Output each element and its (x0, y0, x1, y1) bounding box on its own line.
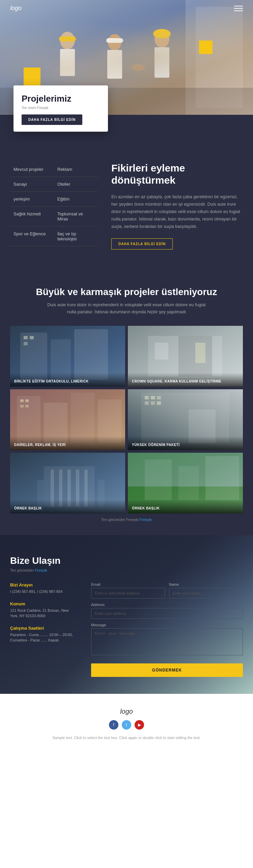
svg-point-8 (154, 30, 169, 48)
ideas-menu: Mevcut projeler Reklam Sanayi Oteller ye… (10, 162, 98, 249)
ideas-item-0[interactable]: Mevcut projeler (10, 162, 54, 177)
ideas-item-7[interactable]: Toplumsal ve Miras (54, 207, 98, 227)
message-textarea[interactable] (91, 628, 243, 655)
ideas-item-1[interactable]: Reklam (54, 162, 98, 177)
form-group-email: Email (91, 582, 165, 599)
ideas-item-6[interactable]: Sağlık hizmeti (10, 207, 54, 227)
svg-rect-43 (157, 401, 161, 405)
svg-rect-20 (30, 336, 34, 339)
message-label: Message (91, 623, 243, 627)
svg-rect-35 (25, 405, 29, 407)
project-card-1[interactable]: CROWN SQUARE, KARMA KULLANIM GELİŞTİRME (128, 326, 243, 387)
form-group-name: Name (169, 582, 243, 599)
project-card-2[interactable]: DAİRELER, REKLAM, İŞ YERİ (10, 389, 125, 450)
svg-rect-37 (141, 393, 229, 443)
svg-rect-19 (24, 336, 28, 339)
project-label-4: ÖRNEK BAŞLIK (10, 500, 125, 514)
yellow-accent-block-2 (199, 41, 213, 54)
email-input[interactable] (91, 588, 165, 599)
project-card-0[interactable]: BİRLİKTE EĞİTİM ORTAOKULU, LIMERICK (10, 326, 125, 387)
form-row-message: Message (91, 623, 243, 657)
svg-point-11 (132, 64, 145, 71)
project-label-5: ÖRNEK BAŞLIK (128, 500, 243, 514)
facebook-icon[interactable]: f (109, 720, 118, 730)
svg-rect-21 (24, 342, 28, 345)
footer: logo f t ▶ Sample text. Click to select … (0, 694, 253, 748)
hamburger-menu[interactable] (234, 6, 243, 11)
svg-rect-6 (107, 50, 122, 79)
svg-rect-59 (128, 453, 243, 486)
contact-form: Email Name Address Mess (91, 582, 243, 677)
svg-rect-7 (106, 38, 123, 43)
svg-rect-4 (59, 36, 76, 42)
youtube-icon[interactable]: ▶ (135, 720, 144, 730)
ideas-content: Fikirleri eyleme dönüştürmek En azından … (111, 162, 243, 249)
hero-title: Projelerimiz (22, 94, 100, 104)
contact-location-heading: Konum (10, 601, 78, 606)
navbar: logo (0, 0, 253, 17)
contact-hours-block: Çalışma Saatleri Pazartesi - Cuma ......… (10, 626, 78, 643)
hero-photo-credit: Ten resim Freepik (22, 106, 100, 110)
contact-section: Bize Ulaşın Ten görüntüler Freepik Bizi … (0, 535, 253, 694)
project-card-5[interactable]: ÖRNEK BAŞLIK (128, 453, 243, 514)
contact-layout: Bizi Arayın l (234) 567-891, l (234) 987… (10, 582, 243, 677)
ideas-item-5[interactable]: Eğitim (54, 192, 98, 207)
project-label-1: CROWN SQUARE, KARMA KULLANIM GELİŞTİRME (128, 373, 243, 387)
contact-photo-credit: Ten görüntüler Freepik (10, 568, 243, 572)
footer-logo: logo (10, 708, 243, 715)
ideas-heading: Fikirleri eyleme dönüştürmek (111, 162, 243, 186)
contact-inner: Bize Ulaşın Ten görüntüler Freepik Bizi … (10, 555, 243, 677)
contact-call-heading: Bizi Arayın (10, 582, 78, 587)
project-label-0: BİRLİKTE EĞİTİM ORTAOKULU, LIMERICK (10, 373, 125, 387)
footer-social: f t ▶ (10, 720, 243, 730)
svg-rect-39 (151, 396, 155, 399)
freepik-link[interactable]: Freepik (139, 518, 152, 522)
svg-rect-18 (74, 329, 108, 380)
projects-subtext: Duis aute irure dolor in reprehenderit i… (42, 301, 211, 316)
contact-freepik-link[interactable]: Freepik (35, 568, 47, 572)
contact-call-block: Bizi Arayın l (234) 567-891, l (234) 987… (10, 582, 78, 595)
contact-hours-heading: Çalışma Saatleri (10, 626, 78, 631)
svg-rect-33 (25, 399, 29, 402)
nav-logo[interactable]: logo (10, 5, 22, 12)
hero-cta-button[interactable]: DAHA FAZLA BİLGİ EDİN (22, 114, 82, 125)
ideas-section: Mevcut projeler Reklam Sanayi Oteller ye… (0, 142, 253, 270)
projects-grid: BİRLİKTE EĞİTİM ORTAOKULU, LIMERICK (10, 326, 243, 514)
contact-hours-text: Pazartesi - Cuma ........ 10:00 – 20:00,… (10, 632, 78, 643)
svg-rect-12 (186, 0, 253, 115)
projects-photo-credit: Ten görüntüler Freepik Freepik (10, 518, 243, 522)
svg-rect-42 (151, 401, 155, 405)
svg-rect-13 (196, 7, 243, 108)
svg-rect-24 (155, 343, 168, 360)
svg-point-2 (60, 32, 75, 49)
name-input[interactable] (169, 588, 243, 599)
svg-rect-3 (60, 49, 75, 76)
address-input[interactable] (91, 608, 243, 619)
twitter-icon[interactable]: t (122, 720, 131, 730)
svg-rect-32 (20, 399, 24, 402)
project-label-2: DAİRELER, REKLAM, İŞ YERİ (10, 436, 125, 450)
form-group-message: Message (91, 623, 243, 657)
ideas-item-9[interactable]: İlaç ve tıp teknolojisi (54, 227, 98, 246)
projects-heading: Büyük ve karmaşık projeler üstleniyoruz (10, 287, 243, 297)
ideas-item-4[interactable]: yerleşim (10, 192, 54, 207)
svg-point-5 (108, 34, 121, 50)
svg-rect-40 (157, 396, 161, 399)
contact-call-text: l (234) 567-891, l (234) 987-654 (10, 589, 78, 595)
ideas-item-8[interactable]: Spor ve Eğlence (10, 227, 54, 246)
svg-rect-9 (154, 47, 169, 78)
contact-location-text: 121 Rock Caddesi, 21 Bulvarı, New York, … (10, 608, 78, 619)
contact-heading: Bize Ulaşın (10, 555, 243, 566)
project-card-3[interactable]: YÜKSEK ÖĞRENİM PAKETİ (128, 389, 243, 450)
ideas-item-3[interactable]: Oteller (54, 177, 98, 192)
submit-button[interactable]: GÖNDERMEK (91, 663, 243, 677)
email-label: Email (91, 582, 165, 586)
svg-rect-41 (145, 401, 149, 405)
svg-point-10 (153, 29, 171, 38)
svg-rect-30 (71, 393, 94, 443)
ideas-item-2[interactable]: Sanayi (10, 177, 54, 192)
project-card-4[interactable]: ÖRNEK BAŞLIK (10, 453, 125, 514)
projects-section: Büyük ve karmaşık projeler üstleniyoruz … (0, 270, 253, 535)
ideas-cta-button[interactable]: DAHA FAZLA BİLGİ EDİN (111, 238, 173, 249)
svg-rect-26 (195, 343, 205, 363)
